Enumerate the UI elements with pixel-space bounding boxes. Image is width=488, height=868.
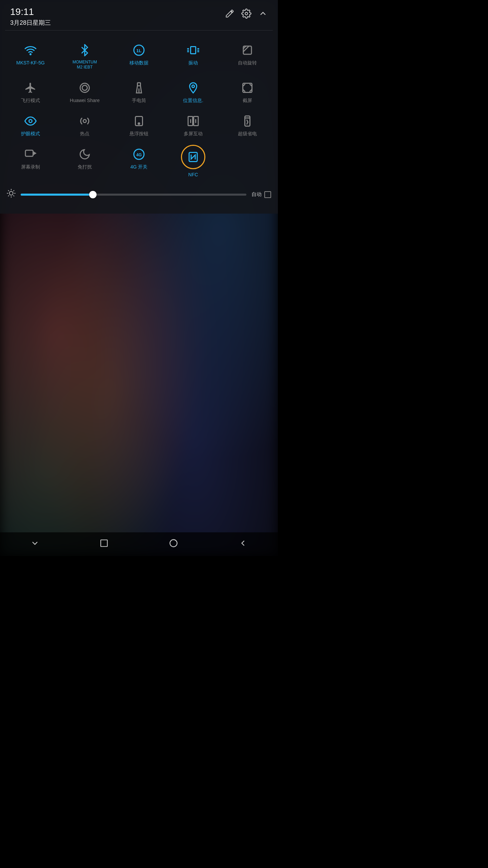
hotspot-icon [78,114,92,128]
nav-home-button[interactable] [169,538,178,550]
wifi-icon [24,43,37,57]
tile-multi-screen[interactable]: 多屏互动 [166,108,220,141]
brightness-slider[interactable] [21,194,246,196]
edit-button[interactable] [225,9,235,21]
svg-point-33 [9,192,13,195]
svg-text:4G: 4G [136,153,142,157]
tile-auto-rotate-label: 自动旋转 [238,60,257,66]
tile-screen-record-label: 屏幕录制 [21,164,40,170]
tile-dnd[interactable]: 免打扰 [58,141,112,182]
location-icon [186,81,200,95]
svg-point-21 [138,123,140,124]
svg-rect-4 [191,46,196,54]
tile-hotspot-label: 热点 [80,131,89,137]
mobile-data-icon: 1L [132,43,146,57]
svg-point-1 [30,54,31,55]
tile-huawei-share-label: Huawei Share [70,97,100,103]
floating-btn-icon [132,114,146,128]
screen: 19:11 3月28日星期三 [0,0,278,556]
tile-screen-record[interactable]: 屏幕录制 [3,141,58,182]
svg-point-0 [245,12,248,15]
4g-icon: 4G [132,147,146,161]
status-datetime: 19:11 3月28日星期三 [10,7,51,27]
tiles-grid: MKST-KF-5G MOMENTUM M2 IEBT 1L [0,31,278,186]
tile-floating-btn-label: 悬浮按钮 [129,131,148,137]
svg-point-13 [80,83,89,92]
tile-vibrate[interactable]: 振动 [166,37,220,75]
tile-airplane[interactable]: 飞行模式 [3,75,58,108]
flashlight-icon [132,81,146,95]
tile-super-save-label: 超级省电 [238,131,257,137]
nfc-icon [186,150,200,164]
svg-rect-42 [101,540,108,547]
status-bar: 19:11 3月28日星期三 [0,0,278,30]
tile-mobile-data[interactable]: 1L 移动数据 [112,37,166,75]
multi-screen-icon [186,114,200,128]
tile-huawei-share[interactable]: Huawei Share [58,75,112,108]
nav-bar [0,532,278,556]
tile-screenshot-label: 截屏 [243,97,252,103]
tile-wifi-label: MKST-KF-5G [16,60,45,66]
tile-location[interactable]: 位置信息. [166,75,220,108]
quick-settings-panel: 19:11 3月28日星期三 [0,0,278,214]
svg-text:1L: 1L [136,48,142,53]
brightness-auto-label: 自动 [251,191,262,198]
svg-line-41 [14,191,14,191]
status-actions [225,7,268,21]
auto-rotate-icon [241,43,254,57]
tile-nfc[interactable]: NFC [166,141,220,182]
tile-auto-rotate[interactable]: 自动旋转 [220,37,274,75]
svg-marker-29 [33,152,36,155]
brightness-thumb [89,191,97,198]
super-save-icon [241,114,254,128]
svg-rect-14 [138,83,141,86]
svg-point-18 [29,120,32,123]
vibrate-icon [186,43,200,57]
svg-rect-28 [25,150,33,156]
tile-empty [220,141,274,182]
svg-point-12 [82,85,87,90]
nav-recents-button[interactable] [100,539,108,550]
tile-eye-comfort[interactable]: 护眼模式 [3,108,58,141]
nav-down-button[interactable] [30,538,40,550]
tile-4g-label: 4G 开关 [130,164,148,170]
status-date: 3月28日星期三 [10,19,51,27]
tile-flashlight[interactable]: 手电筒 [112,75,166,108]
tile-location-label: 位置信息. [183,97,203,103]
settings-button[interactable] [241,8,251,21]
collapse-button[interactable] [258,9,268,21]
nfc-highlight-circle [181,145,205,169]
tile-dnd-label: 免打扰 [78,164,92,170]
dnd-icon [78,147,92,161]
tile-bluetooth-label: MOMENTUM M2 IEBT [73,60,97,70]
tile-bluetooth[interactable]: MOMENTUM M2 IEBT [58,37,112,75]
nav-back-button[interactable] [238,538,248,550]
screenshot-icon [241,81,254,95]
svg-line-37 [14,196,14,196]
tile-floating-btn[interactable]: 悬浮按钮 [112,108,166,141]
tile-hotspot[interactable]: 热点 [58,108,112,141]
auto-brightness-checkbox[interactable] [264,191,271,198]
svg-line-36 [8,191,9,191]
svg-point-43 [170,539,177,547]
brightness-track [21,194,246,196]
tile-super-save[interactable]: 超级省电 [220,108,274,141]
tile-eye-comfort-label: 护眼模式 [21,131,40,137]
tile-screenshot[interactable]: 截屏 [220,75,274,108]
brightness-fill [21,194,93,196]
brightness-auto-container: 自动 [251,191,271,198]
brightness-row: 自动 [0,185,278,207]
tile-nfc-label: NFC [188,172,198,177]
tile-vibrate-label: 振动 [188,60,198,66]
svg-line-40 [8,196,9,196]
tile-wifi[interactable]: MKST-KF-5G [3,37,58,75]
tile-4g[interactable]: 4G 4G 开关 [112,141,166,182]
status-time: 19:11 [10,7,51,17]
bluetooth-icon [78,43,92,57]
screen-record-icon [24,147,37,161]
eye-comfort-icon [24,114,37,128]
brightness-icon [7,189,16,200]
huawei-share-icon [78,81,92,95]
tile-mobile-data-label: 移动数据 [129,60,148,66]
tile-flashlight-label: 手电筒 [132,97,146,103]
